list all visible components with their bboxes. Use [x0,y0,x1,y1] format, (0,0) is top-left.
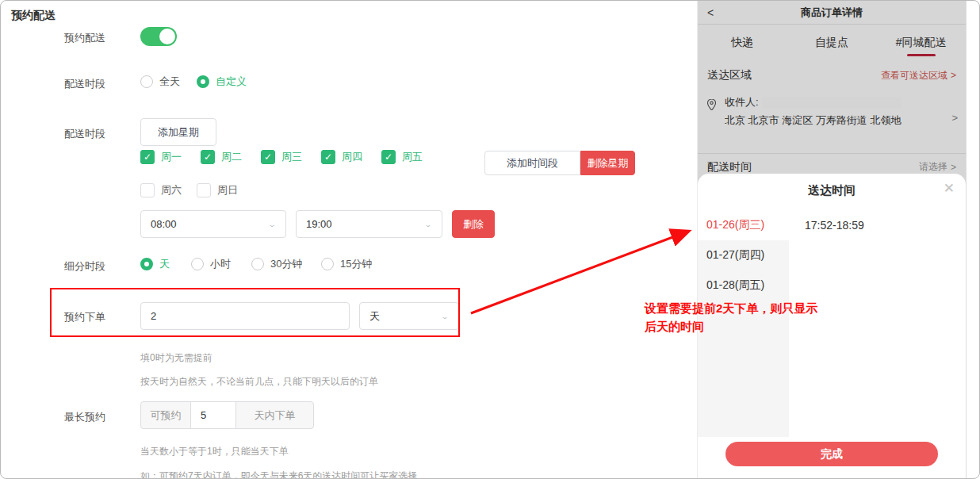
delivery-time-modal: 送达时间 ✕ 01-26(周三) 01-27(周四) 01-28(周五) 17:… [698,174,966,479]
checkbox-icon: ✓ [261,150,275,164]
modal-title: 送达时间 [698,183,966,198]
period-row-label: 配送时段 [64,77,105,91]
toggle-row-label: 预约配送 [64,31,105,45]
date-option[interactable]: 01-28(周五) [698,270,789,301]
time-to-value: 19:00 [306,218,332,230]
radio-circle-icon [197,75,209,88]
date-option[interactable]: 01-27(周四) [698,240,789,270]
checkbox-icon: ✓ [381,150,396,164]
weekday-label: 周日 [217,183,238,197]
time-to-select[interactable]: 19:00 ⌄ [296,210,442,238]
advance-unit-select[interactable]: 天 ⌄ [359,302,459,330]
add-timeslot-button[interactable]: 添加时间段 [484,151,580,175]
close-icon[interactable]: ✕ [944,180,955,197]
max-hint-1: 当天数小于等于1时，只能当天下单 [140,445,289,458]
chevron-down-icon: ⌄ [424,220,432,228]
advance-row-label: 预约下单 [64,310,105,324]
settings-window: 预约配送 预约配送 配送时段 全天 自定义 配送时段 添加星期 ✓ 周一 ✓ 周… [0,0,980,479]
radio-label: 全天 [159,75,180,89]
weekday-label: 周一 [161,150,182,164]
radio-label: 30分钟 [270,257,302,271]
advance-days-input[interactable] [140,302,350,330]
time-from-value: 08:00 [151,218,177,230]
max-suffix-addon: 天内下单 [235,401,314,429]
weekday-label: 周三 [281,150,302,164]
timeslot-option[interactable]: 17:52-18:59 [805,210,864,240]
weekday-label: 周五 [402,150,423,164]
toggle-knob [159,29,175,44]
checkbox-icon: ✓ [321,150,335,164]
radio-circle-icon [251,258,264,270]
radio-circle-icon [140,75,153,88]
radio-15min[interactable]: 15分钟 [321,257,372,271]
weekday-label: 周二 [221,150,242,164]
max-row-label: 最长预约 [64,410,105,424]
radio-label: 自定义 [216,75,247,89]
radio-label: 15分钟 [340,257,372,271]
weekday-checkbox-tue[interactable]: ✓ 周二 [201,150,242,164]
granularity-row-label: 细分时段 [64,259,105,274]
weekday-checkbox-sat[interactable]: ✓ 周六 [140,183,182,197]
radio-circle-icon [191,258,204,270]
max-prefix-addon: 可预约 [140,401,191,429]
weekday-label: 周四 [342,150,362,164]
date-option-selected[interactable]: 01-26(周三) [698,210,789,240]
page-title: 预约配送 [11,9,56,23]
reservation-delivery-toggle[interactable] [140,27,177,46]
weekday-checkbox-thu[interactable]: ✓ 周四 [321,150,362,164]
advance-hint-1: 填0时为无需提前 [140,351,212,365]
checkbox-icon: ✓ [201,150,215,164]
weekday-checkbox-fri[interactable]: ✓ 周五 [381,150,423,164]
checkbox-icon: ✓ [140,150,155,164]
radio-day[interactable]: 天 [140,257,170,271]
max-days-input[interactable] [190,401,236,429]
week-row-label: 配送时段 [64,127,105,141]
done-button[interactable]: 完成 [725,442,938,466]
date-list-background: 01-27(周四) 01-28(周五) [698,240,789,437]
delete-timeslot-button[interactable]: 删除 [452,210,495,238]
advance-unit-value: 天 [369,309,380,324]
radio-all-day[interactable]: 全天 [140,75,180,89]
date-list: 01-26(周三) 01-27(周四) 01-28(周五) [698,210,789,437]
order-preview-panel: < 商品订单详情 快递 自提点 #同城配送 送达区域 查看可送达区域 > 收件人… [697,1,967,479]
weekday-checkbox-wed[interactable]: ✓ 周三 [261,150,302,164]
weekday-checkbox-mon[interactable]: ✓ 周一 [140,150,182,164]
advance-hint-2: 按天时为自然天，不论当前几点，只能下明天以后的订单 [140,375,378,389]
radio-label: 天 [159,257,170,271]
radio-circle-icon [321,258,334,270]
radio-custom[interactable]: 自定义 [197,75,247,89]
checkbox-icon: ✓ [197,183,211,197]
checkbox-icon: ✓ [140,183,155,197]
max-hint-2: 如：可预约7天内订单，即今天与未来6天的送达时间可让买家选择 [140,469,417,479]
chevron-down-icon: ⌄ [268,220,276,228]
radio-label: 小时 [210,257,231,271]
add-week-button[interactable]: 添加星期 [140,118,216,146]
time-from-select[interactable]: 08:00 ⌄ [140,210,286,238]
radio-circle-icon [140,258,153,270]
radio-30min[interactable]: 30分钟 [251,257,302,271]
radio-hour[interactable]: 小时 [191,257,231,271]
delete-week-button[interactable]: 删除星期 [580,151,635,175]
weekday-label: 周六 [161,183,182,197]
weekday-checkbox-sun[interactable]: ✓ 周日 [197,183,238,197]
chevron-down-icon: ⌄ [441,312,449,320]
